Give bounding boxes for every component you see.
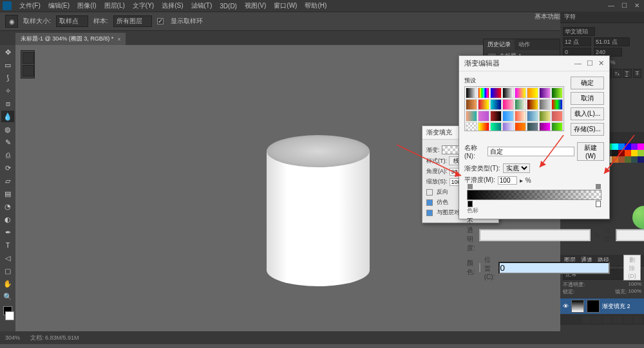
fx-icon[interactable] bbox=[582, 316, 591, 324]
wand-tool[interactable]: ✧ bbox=[1, 85, 14, 96]
minimize-icon[interactable]: — bbox=[607, 1, 616, 9]
maximize-icon[interactable]: ☐ bbox=[620, 1, 629, 9]
ge-gradient-bar[interactable] bbox=[467, 190, 601, 200]
menu-edit[interactable]: 编辑(E) bbox=[46, 0, 72, 12]
ge-opacity-stop-left[interactable] bbox=[468, 184, 473, 189]
shape-tool[interactable]: ▢ bbox=[1, 265, 14, 277]
menu-help[interactable]: 帮助(H) bbox=[302, 0, 329, 12]
gradient-preset[interactable] bbox=[539, 99, 551, 110]
gf-reverse-checkbox[interactable] bbox=[426, 189, 433, 196]
gradient-preset[interactable] bbox=[502, 87, 514, 98]
floating-mini-panel[interactable] bbox=[21, 50, 35, 78]
ge-cancel-button[interactable]: 取消 bbox=[571, 92, 604, 105]
gradient-preset[interactable] bbox=[478, 111, 489, 122]
gradient-preset[interactable] bbox=[466, 99, 477, 110]
type-tool[interactable]: T bbox=[1, 239, 14, 251]
swatch[interactable] bbox=[625, 150, 631, 156]
ge-maximize-icon[interactable]: ☐ bbox=[587, 59, 593, 68]
hand-tool[interactable]: ✋ bbox=[1, 278, 14, 289]
gradient-preset[interactable] bbox=[490, 122, 502, 131]
gradient-preset[interactable] bbox=[527, 99, 538, 110]
trash-icon[interactable] bbox=[634, 316, 643, 324]
ge-delete-color-button[interactable]: 删除(D) bbox=[623, 255, 641, 280]
font-size-input[interactable] bbox=[563, 37, 591, 46]
swatch[interactable] bbox=[638, 156, 644, 163]
gradient-preset[interactable] bbox=[539, 122, 551, 131]
strike-icon[interactable]: T̶ bbox=[633, 69, 642, 78]
ge-new-button[interactable]: 新建(W) bbox=[577, 142, 604, 161]
menu-window[interactable]: 窗口(W) bbox=[271, 0, 299, 12]
zoom-value[interactable]: 304% bbox=[5, 334, 20, 341]
new-layer-icon[interactable] bbox=[623, 316, 632, 324]
gradient-preset[interactable] bbox=[502, 99, 514, 110]
ge-opacity-stop-right[interactable] bbox=[596, 184, 601, 189]
swatch[interactable] bbox=[625, 156, 631, 163]
history-brush-tool[interactable]: ⟳ bbox=[1, 162, 14, 174]
heal-tool[interactable]: ◍ bbox=[1, 124, 14, 135]
lasso-tool[interactable]: ⟆ bbox=[1, 72, 14, 84]
gradient-preset[interactable] bbox=[551, 87, 563, 98]
ge-color-stop-left[interactable] bbox=[468, 201, 473, 207]
mini-panel-item-2[interactable] bbox=[23, 65, 34, 77]
close-icon[interactable]: ✕ bbox=[632, 1, 641, 9]
subscript-icon[interactable]: T₁ bbox=[613, 69, 622, 78]
ge-smooth-dropdown-icon[interactable]: ▸ bbox=[520, 177, 523, 184]
swatch[interactable] bbox=[631, 143, 638, 150]
actions-tab[interactable]: 动作 bbox=[515, 39, 534, 50]
swatch[interactable] bbox=[631, 156, 638, 163]
layer-item-gradient-fill[interactable]: 👁 渐变填充 2 bbox=[560, 298, 644, 314]
mini-panel-item-1[interactable] bbox=[23, 52, 34, 64]
doc-size[interactable]: 文档: 6.83M/5.91M bbox=[30, 334, 79, 342]
adj-icon[interactable] bbox=[603, 316, 612, 324]
menu-layer[interactable]: 图层(L) bbox=[102, 0, 128, 12]
eraser-tool[interactable]: ▱ bbox=[1, 175, 14, 187]
menu-select[interactable]: 选择(S) bbox=[159, 0, 185, 12]
tool-preset-icon[interactable]: ◉ bbox=[5, 15, 18, 28]
tab-close-icon[interactable]: × bbox=[117, 36, 120, 42]
pen-tool[interactable]: ✒ bbox=[1, 226, 14, 238]
swatch[interactable] bbox=[638, 143, 644, 150]
gradient-preset[interactable] bbox=[551, 99, 563, 110]
ge-load-button[interactable]: 载入(L)... bbox=[571, 107, 604, 120]
ge-color-stop-right[interactable] bbox=[596, 201, 601, 207]
eyedropper-tool[interactable]: 💧 bbox=[1, 111, 14, 122]
dodge-tool[interactable]: ◐ bbox=[1, 214, 14, 225]
gradient-preset[interactable] bbox=[466, 111, 477, 122]
ge-minimize-icon[interactable]: — bbox=[574, 59, 582, 68]
move-tool[interactable]: ✥ bbox=[1, 46, 14, 58]
gradient-preset[interactable] bbox=[502, 111, 514, 122]
gradient-preset[interactable] bbox=[515, 99, 526, 110]
marquee-tool[interactable]: ▭ bbox=[1, 59, 14, 71]
char-tab[interactable]: 字符 bbox=[564, 13, 576, 21]
gradient-preset[interactable] bbox=[539, 87, 551, 98]
layer-opacity-value[interactable]: 100% bbox=[629, 281, 641, 288]
gradient-tool[interactable]: ▤ bbox=[1, 188, 14, 199]
gradient-preset[interactable] bbox=[527, 87, 538, 98]
gradient-preset[interactable] bbox=[490, 87, 502, 98]
font-family-input[interactable] bbox=[563, 27, 595, 36]
swatch[interactable] bbox=[618, 150, 625, 156]
gradient-preset[interactable] bbox=[551, 111, 563, 122]
gradient-preset[interactable] bbox=[490, 99, 502, 110]
swatch[interactable] bbox=[612, 143, 618, 150]
ge-save-button[interactable]: 存储(S)... bbox=[571, 123, 604, 136]
gradient-preset[interactable] bbox=[527, 111, 538, 122]
background-color[interactable] bbox=[5, 311, 14, 320]
gradient-preset[interactable] bbox=[478, 122, 489, 131]
zoom-tool[interactable]: 🔍 bbox=[1, 291, 14, 302]
ge-smooth-input[interactable] bbox=[498, 176, 517, 185]
group-icon[interactable] bbox=[613, 316, 622, 324]
crop-tool[interactable]: ⧈ bbox=[1, 98, 14, 109]
blur-tool[interactable]: ◔ bbox=[1, 201, 14, 212]
document-tab[interactable]: 未标题-1 @ 304% (椭圆 3, RGB/8) * × bbox=[15, 33, 126, 45]
leading-input[interactable] bbox=[594, 37, 630, 46]
gradient-preset[interactable] bbox=[466, 87, 477, 98]
stamp-tool[interactable]: ⎙ bbox=[1, 149, 14, 161]
gradient-preset[interactable] bbox=[502, 122, 514, 131]
ge-presets-grid[interactable] bbox=[464, 86, 564, 131]
gradient-preset[interactable] bbox=[466, 122, 477, 131]
swatch[interactable] bbox=[612, 150, 618, 156]
gradient-preset[interactable] bbox=[551, 122, 563, 131]
swatch[interactable] bbox=[638, 150, 644, 156]
gf-dither-checkbox[interactable] bbox=[426, 199, 433, 206]
